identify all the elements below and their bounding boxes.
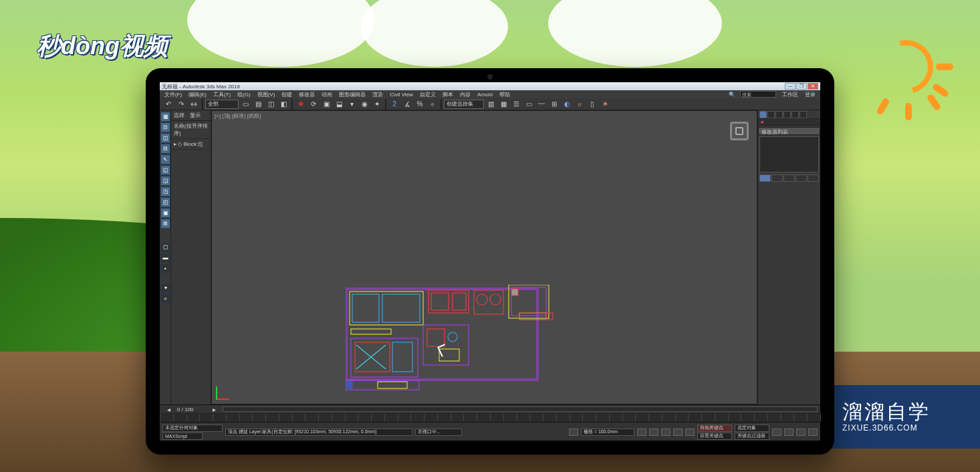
nav-pan-button[interactable] <box>772 429 781 436</box>
stack-btn-1[interactable] <box>759 174 771 182</box>
menu-custom[interactable]: 自定义 <box>418 91 438 98</box>
named-selection-dropdown[interactable]: 创建选择集 <box>444 100 484 109</box>
menu-render[interactable]: 渲染 <box>370 91 385 98</box>
snap-button[interactable]: 2 <box>388 99 400 110</box>
window-min-button[interactable]: — <box>785 83 795 90</box>
window-close-button[interactable]: ✕ <box>808 83 818 90</box>
ltool-5[interactable]: ↖ <box>160 154 170 164</box>
modifier-list-header[interactable]: 修改器列表 <box>758 127 820 135</box>
layers-button[interactable]: ☰ <box>510 99 522 110</box>
refcoord-dropdown[interactable]: ▾ <box>346 99 358 110</box>
tab-hierarchy[interactable] <box>775 111 783 118</box>
menu-civil[interactable]: Civil View <box>388 92 415 98</box>
maxscript-button[interactable]: MAXScript <box>162 433 203 440</box>
mirror-button[interactable]: ▥ <box>485 99 497 110</box>
ltool-3[interactable]: ◫ <box>160 133 170 143</box>
play-button[interactable] <box>661 429 670 436</box>
place-button[interactable]: ⬓ <box>333 99 345 110</box>
filter-dropdown[interactable]: 全部 <box>205 100 239 109</box>
menu-animation[interactable]: 动画 <box>320 91 334 98</box>
stack-btn-5[interactable] <box>808 174 819 182</box>
ribbon-button[interactable]: ▭ <box>523 99 535 110</box>
redo-button[interactable]: ↷ <box>175 99 187 110</box>
menu-script[interactable]: 脚本 <box>441 91 455 98</box>
nav-orbit-button[interactable] <box>796 429 806 436</box>
menu-arnold[interactable]: Arnold <box>475 92 495 98</box>
tab-modify[interactable] <box>767 111 775 118</box>
move-button[interactable]: ✥ <box>295 99 307 110</box>
modifier-stack[interactable] <box>759 136 819 172</box>
angle-snap-button[interactable]: ∡ <box>401 99 413 110</box>
nav-max-button[interactable] <box>808 429 818 436</box>
setkey-button[interactable]: 设置关键点 <box>697 433 732 440</box>
tab-display[interactable]: 显示 <box>190 112 201 119</box>
login-link[interactable]: 登录 <box>803 91 818 98</box>
stack-btn-2[interactable] <box>771 174 783 182</box>
menu-file[interactable]: 文件(F) <box>162 91 184 98</box>
render-button[interactable]: ☀ <box>599 99 611 110</box>
workspace-label[interactable]: 工作区 <box>780 91 800 98</box>
ltool-14[interactable]: ▪ <box>160 263 170 273</box>
undo-button[interactable]: ↶ <box>162 99 174 110</box>
ltool-8[interactable]: ◳ <box>160 187 170 197</box>
render-frame-button[interactable]: ▯ <box>586 99 598 110</box>
ltool-15[interactable]: ▾ <box>160 283 170 293</box>
menu-graph[interactable]: 图形编辑器 <box>337 91 368 98</box>
menu-content[interactable]: 内容 <box>458 91 473 98</box>
menu-create[interactable]: 创建 <box>279 91 294 98</box>
render-setup-button[interactable]: ☼ <box>574 99 586 110</box>
menu-views[interactable]: 视图(V) <box>255 91 277 98</box>
pivot-button[interactable]: ◉ <box>358 99 370 110</box>
menu-group[interactable]: 组(G) <box>235 91 253 98</box>
scale-button[interactable]: ▣ <box>320 99 332 110</box>
viewport[interactable]: [+] [顶] [标准] [线框] <box>211 110 757 404</box>
timeline-ruler[interactable] <box>160 414 820 423</box>
lock-selection-button[interactable] <box>569 429 578 436</box>
ltool-7[interactable]: ◲ <box>160 176 170 186</box>
window-max-button[interactable]: ❐ <box>796 83 807 90</box>
floorplan-drawing[interactable] <box>346 285 566 405</box>
time-slider[interactable] <box>223 406 818 412</box>
ltool-16[interactable]: ⟐ <box>160 293 170 304</box>
scene-item[interactable]: ▸ ◇ Block:住 <box>171 139 211 150</box>
select-region-button[interactable]: ◫ <box>265 99 277 110</box>
nav-zoom-button[interactable] <box>784 429 793 436</box>
ltool-9[interactable]: ◰ <box>160 197 170 207</box>
material-editor-button[interactable]: ◐ <box>561 99 573 110</box>
percent-snap-button[interactable]: % <box>414 99 426 110</box>
ltool-2[interactable]: ⊡ <box>160 122 170 132</box>
curve-editor-button[interactable]: 〰 <box>535 99 547 110</box>
ltool-4[interactable]: ⊟ <box>160 144 170 154</box>
play-end-button[interactable] <box>685 429 695 436</box>
object-name[interactable]: ■ <box>758 119 820 126</box>
tab-create[interactable] <box>759 111 767 118</box>
play-start-button[interactable] <box>637 429 646 436</box>
ltool-11[interactable]: ⊞ <box>160 219 170 229</box>
keyfilter-button[interactable]: 关键点过滤器 <box>735 433 769 440</box>
scene-header[interactable]: 名称(按升序排序) <box>171 121 211 139</box>
window-titlebar[interactable]: 无标题 - Autodesk 3ds Max 2018 — ❐ ✕ <box>160 82 820 90</box>
menu-help[interactable]: 帮助 <box>497 91 512 98</box>
viewport-label[interactable]: [+] [顶] [标准] [线框] <box>215 112 261 120</box>
tab-display[interactable] <box>791 111 799 118</box>
ltool-10[interactable]: ▣ <box>160 208 170 218</box>
spinner-snap-button[interactable]: ⟐ <box>426 99 439 110</box>
manip-button[interactable]: ✦ <box>371 99 383 110</box>
tab-select[interactable]: 选择 <box>174 112 185 119</box>
select-button[interactable]: ▭ <box>239 99 251 110</box>
play-prev-button[interactable] <box>649 429 658 436</box>
stack-btn-3[interactable] <box>783 174 795 182</box>
ltool-12[interactable]: ▢ <box>160 242 170 252</box>
autokey-button[interactable]: 自动关键点 <box>697 425 732 432</box>
stack-btn-4[interactable] <box>795 174 807 182</box>
tab-utilities[interactable] <box>800 111 807 118</box>
window-crossing-button[interactable]: ◧ <box>277 99 289 110</box>
menu-modify[interactable]: 修改器 <box>297 91 317 98</box>
link-button[interactable] <box>188 99 200 110</box>
viewcube[interactable] <box>730 122 749 140</box>
rotate-button[interactable]: ⟳ <box>308 99 320 110</box>
menu-edit[interactable]: 编辑(E) <box>187 91 209 98</box>
filter-dropdown[interactable]: 选定对象 <box>735 425 769 432</box>
play-next-button[interactable] <box>673 429 683 436</box>
schematic-button[interactable]: ⊞ <box>548 99 560 110</box>
